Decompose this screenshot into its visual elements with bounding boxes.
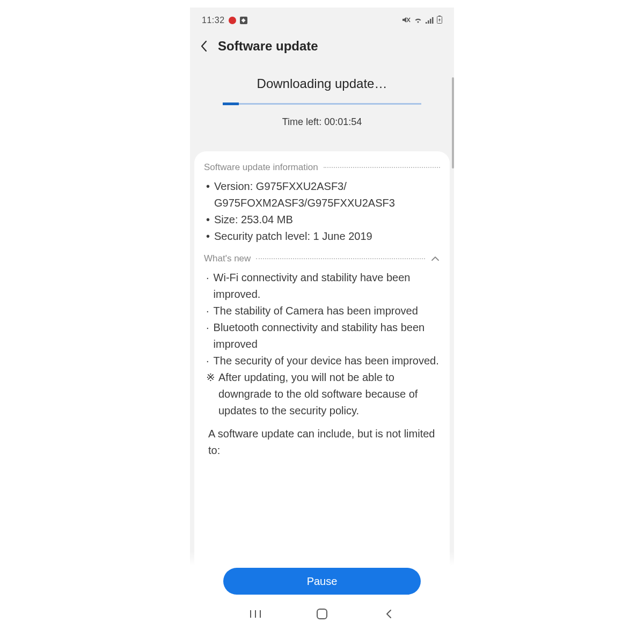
whats-new-note-text: After updating, you will not be able to …	[218, 369, 440, 419]
time-left-label: Time left: 00:01:54	[211, 116, 433, 128]
dot-icon: ·	[206, 353, 209, 369]
info-version-text-2: G975FOXM2ASF3/G975FXXU2ASF3	[214, 197, 395, 209]
info-version-text: Version: G975FXXU2ASF3/	[214, 180, 347, 192]
progress-fill	[223, 103, 239, 105]
pause-button[interactable]: Pause	[223, 568, 421, 595]
bullet-icon: •	[206, 228, 210, 245]
asterisk-icon: ※	[206, 369, 215, 419]
whats-new-text: The stability of Camera has been improve…	[214, 303, 418, 319]
recents-button[interactable]	[239, 605, 272, 623]
battery-icon	[437, 16, 442, 25]
page-header: Software update	[190, 29, 454, 62]
info-section-header: Software update information	[204, 162, 440, 173]
record-indicator-icon	[229, 17, 236, 24]
app-indicator-icon	[240, 17, 247, 24]
info-security: • Security patch level: 1 June 2019	[206, 228, 440, 245]
info-section-label: Software update information	[204, 162, 318, 173]
info-size: • Size: 253.04 MB	[206, 211, 440, 228]
info-size-text: Size: 253.04 MB	[214, 211, 293, 228]
info-version: • Version: G975FXXU2ASF3/ G975FOXM2ASF3/…	[206, 178, 440, 211]
svg-rect-3	[428, 20, 429, 24]
dot-icon: ·	[206, 319, 209, 353]
wifi-icon	[414, 16, 422, 25]
whats-new-header[interactable]: What's new	[204, 253, 440, 264]
whats-new-item: · The stability of Camera has been impro…	[206, 303, 440, 319]
whats-new-item: · Wi-Fi connectivity and stability have …	[206, 269, 440, 303]
whats-new-text: Wi-Fi connectivity and stability have be…	[214, 269, 440, 303]
info-list: • Version: G975FXXU2ASF3/ G975FOXM2ASF3/…	[204, 178, 440, 245]
whats-new-label: What's new	[204, 253, 251, 264]
whats-new-text: Bluetooth connectivity and stability has…	[214, 319, 440, 353]
status-right	[402, 16, 442, 25]
clock: 11:32	[202, 16, 225, 25]
navigation-bar	[190, 605, 454, 623]
home-button[interactable]	[306, 605, 338, 623]
whats-new-item: · The security of your device has been i…	[206, 353, 440, 369]
mute-icon	[402, 16, 411, 25]
back-button[interactable]	[197, 40, 210, 53]
svg-rect-5	[432, 17, 434, 24]
svg-rect-11	[317, 609, 327, 619]
whats-new-item: · Bluetooth connectivity and stability h…	[206, 319, 440, 353]
dot-icon: ·	[206, 303, 209, 319]
bullet-icon: •	[206, 211, 210, 228]
dot-icon: ·	[206, 269, 209, 303]
status-left: 11:32	[202, 16, 247, 25]
svg-rect-2	[426, 22, 427, 24]
phone-screen: 11:32 Software update Downloading update	[190, 8, 454, 630]
progress-bar	[223, 103, 421, 105]
download-status-text: Downloading update…	[211, 76, 433, 91]
download-section: Downloading update… Time left: 00:01:54	[190, 62, 454, 145]
whats-new-list: · Wi-Fi connectivity and stability have …	[204, 269, 440, 459]
bottom-area: Pause	[190, 552, 454, 630]
status-bar: 11:32	[190, 12, 454, 29]
info-security-text: Security patch level: 1 June 2019	[214, 228, 372, 245]
chevron-up-icon[interactable]	[430, 256, 440, 261]
whats-new-footer: A software update can include, but is no…	[206, 426, 440, 459]
signal-icon	[426, 16, 434, 25]
divider-dotted	[256, 258, 425, 259]
whats-new-text: The security of your device has been imp…	[214, 353, 439, 369]
scrollbar[interactable]	[452, 77, 454, 169]
whats-new-note: ※ After updating, you will not be able t…	[206, 369, 440, 419]
divider-dotted	[324, 167, 440, 168]
nav-back-button[interactable]	[372, 605, 405, 623]
page-title: Software update	[218, 39, 318, 54]
svg-rect-4	[430, 19, 431, 24]
bullet-icon: •	[206, 178, 210, 211]
